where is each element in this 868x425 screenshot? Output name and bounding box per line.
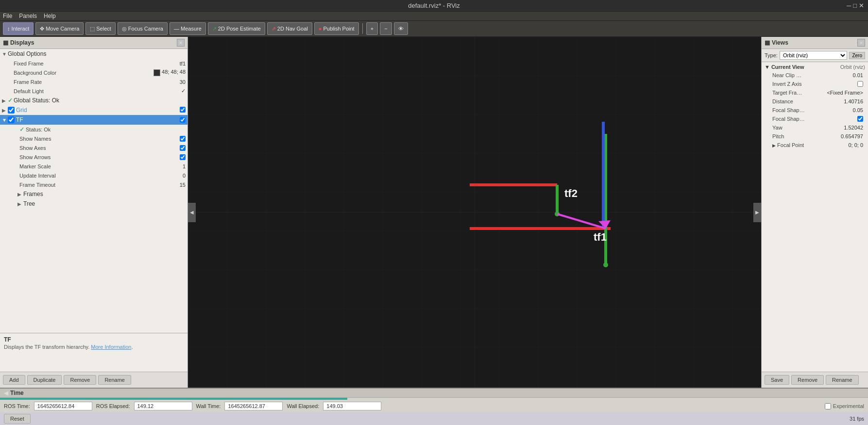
grid-item[interactable]: ▶ Grid <box>0 105 187 115</box>
save-view-button[interactable]: Save <box>765 375 789 385</box>
add-button[interactable]: Add <box>3 375 25 385</box>
background-color-value[interactable]: 48; 48; 48 <box>153 69 186 76</box>
rename-view-button[interactable]: Rename <box>826 375 859 385</box>
focal-shape-enabled-checkbox[interactable] <box>857 116 863 122</box>
view-type-select[interactable]: Orbit (rviz) <box>780 51 848 60</box>
2d-pose-button[interactable]: ↗ 2D Pose Estimate <box>208 22 265 35</box>
displays-panel: ▦ Displays ✕ ▼ Global Options Fixed Fram… <box>0 37 188 388</box>
global-status-item[interactable]: ▶ ✓ Global Status: Ok <box>0 96 187 105</box>
tree-arrow: ▶ <box>17 201 23 207</box>
move-camera-icon: ✥ <box>40 26 44 32</box>
focal-point-value[interactable]: 0; 0; 0 <box>848 142 863 148</box>
tree-item[interactable]: ▶ Tree <box>0 199 187 209</box>
wall-elapsed-label: Wall Elapsed: <box>287 403 319 409</box>
svg-text:tf1: tf1 <box>594 231 607 243</box>
tree-label: Tree <box>23 200 186 207</box>
marker-scale-row: Marker Scale 1 <box>0 162 187 171</box>
near-clip-label: Near Clip … <box>772 72 853 78</box>
marker-scale-value[interactable]: 1 <box>183 163 186 169</box>
focal-shape-size-value[interactable]: 0.05 <box>853 107 863 113</box>
description-panel: TF Displays the TF transform hierarchy. … <box>0 333 187 372</box>
frames-item[interactable]: ▶ Frames <box>0 189 187 199</box>
update-interval-value[interactable]: 0 <box>183 173 186 179</box>
pitch-value[interactable]: 0.654797 <box>841 133 863 139</box>
move-camera-button[interactable]: ✥ Move Camera <box>35 22 84 35</box>
menu-panels[interactable]: Panels <box>19 13 37 19</box>
show-names-checkbox[interactable] <box>180 136 186 142</box>
grid-checkbox[interactable] <box>8 107 15 114</box>
tf-enabled-checkbox[interactable] <box>180 117 186 123</box>
time-collapse-icon[interactable]: ◀ <box>4 390 8 396</box>
near-clip-value[interactable]: 0.01 <box>853 72 863 78</box>
interact-icon: ↕ <box>7 26 10 32</box>
zoom-in-button[interactable]: + <box>366 22 378 35</box>
focal-point-prop: ▶ Focal Point 0; 0; 0 <box>765 141 865 149</box>
target-frame-value[interactable]: <Fixed Frame> <box>827 90 863 96</box>
tf-checkbox[interactable] <box>8 116 15 123</box>
ros-elapsed-input[interactable] <box>134 402 192 410</box>
remove-button[interactable]: Remove <box>64 375 96 385</box>
current-view-title: ▼ Current View <box>765 64 804 70</box>
menu-file[interactable]: File <box>3 13 12 19</box>
menu-help[interactable]: Help <box>44 13 56 19</box>
collapse-left-arrow[interactable]: ◀ <box>188 203 196 222</box>
interact-button[interactable]: ↕ Interact <box>3 22 34 35</box>
default-light-row: Default Light ✓ <box>0 86 187 96</box>
duplicate-button[interactable]: Duplicate <box>27 375 62 385</box>
close-btn[interactable]: ✕ <box>859 2 864 9</box>
2d-nav-button[interactable]: ⇗ 2D Nav Goal <box>267 22 312 35</box>
views-panel-header: ▦ Views ✕ <box>762 37 868 49</box>
global-status-arrow: ▶ <box>2 98 8 103</box>
show-arrows-checkbox[interactable] <box>180 154 186 160</box>
frame-timeout-row: Frame Timeout 15 <box>0 180 187 189</box>
minimize-btn[interactable]: ─ <box>847 2 851 9</box>
displays-panel-header: ▦ Displays ✕ <box>0 37 187 49</box>
frame-rate-value[interactable]: 30 <box>180 79 186 85</box>
displays-panel-title: ▦ Displays <box>3 39 34 46</box>
select-button[interactable]: ⬚ Select <box>85 22 116 35</box>
ros-elapsed-label: ROS Elapsed: <box>96 403 130 409</box>
publish-point-button[interactable]: ● Publish Point <box>314 22 359 35</box>
focal-point-arrow: ▶ <box>772 143 776 148</box>
displays-panel-close[interactable]: ✕ <box>177 39 185 47</box>
remove-view-button[interactable]: Remove <box>791 375 824 385</box>
wall-time-input[interactable] <box>224 402 283 410</box>
frame-timeout-value[interactable]: 15 <box>180 182 186 188</box>
collapse-right-arrow[interactable]: ▶ <box>753 203 761 222</box>
background-color-label: Background Color <box>14 70 153 76</box>
current-view-arrow: ▼ <box>765 64 770 70</box>
experimental-label: Experimental <box>833 403 864 409</box>
color-swatch <box>153 69 160 76</box>
global-options-item[interactable]: ▼ Global Options <box>0 49 187 59</box>
experimental-checkbox[interactable] <box>825 403 831 409</box>
zoom-out-button[interactable]: − <box>380 22 391 35</box>
yaw-prop: Yaw 1.52042 <box>765 123 865 132</box>
show-axes-checkbox[interactable] <box>180 145 186 151</box>
show-arrows-row: Show Arrows <box>0 152 187 162</box>
wall-elapsed-input[interactable] <box>323 402 381 410</box>
fixed-frame-value[interactable]: tf1 <box>180 61 186 66</box>
zero-button[interactable]: Zero <box>849 52 865 59</box>
yaw-value[interactable]: 1.52042 <box>844 125 863 131</box>
view-toggle-button[interactable]: 👁 <box>394 22 408 35</box>
rename-button[interactable]: Rename <box>98 375 131 385</box>
frame-rate-label: Frame Rate <box>14 79 180 85</box>
invert-z-checkbox[interactable] <box>857 81 863 87</box>
maximize-btn[interactable]: □ <box>853 2 857 9</box>
focus-camera-button[interactable]: ◎ Focus Camera <box>118 22 168 35</box>
distance-value[interactable]: 1.40716 <box>844 98 863 104</box>
measure-button[interactable]: — Measure <box>170 22 206 35</box>
more-info-link[interactable]: More Information <box>91 344 131 350</box>
grid-value <box>180 107 186 114</box>
tf-item[interactable]: ▼ TF <box>0 115 187 125</box>
ros-time-input[interactable] <box>34 402 92 410</box>
3d-viewport[interactable]: tf2 tf1 ◀ ▶ <box>188 37 761 388</box>
marker-scale-label: Marker Scale <box>19 163 183 169</box>
grid-arrow: ▶ <box>2 108 8 113</box>
show-names-row: Show Names <box>0 134 187 143</box>
time-panel-title: Time <box>10 390 24 396</box>
views-panel-close[interactable]: ✕ <box>857 39 865 47</box>
frames-arrow: ▶ <box>17 192 23 197</box>
reset-button[interactable]: Reset <box>4 414 31 424</box>
views-button-row: Save Remove Rename <box>762 372 868 388</box>
